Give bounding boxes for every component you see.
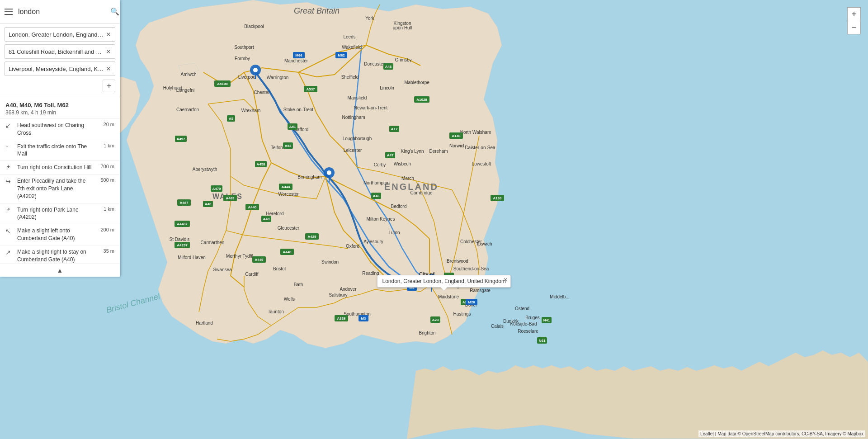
svg-text:A53: A53 [285, 144, 292, 148]
waypoint-3[interactable]: Liverpool, Merseyside, England, Kingdo ✕ [5, 61, 115, 76]
svg-text:Mablethorpe: Mablethorpe [404, 80, 429, 85]
direction-icon: ↑ [5, 143, 14, 151]
svg-text:Lincoln: Lincoln [380, 85, 394, 90]
svg-text:Corby: Corby [374, 162, 386, 167]
map-tooltip: London, Greater London, England, United … [377, 275, 511, 288]
route-name: A40, M40, M6 Toll, M62 [5, 102, 114, 109]
svg-text:Nottingham: Nottingham [342, 115, 365, 120]
svg-text:Gloucester: Gloucester [278, 226, 300, 231]
attribution-text: Leaflet | Map data © OpenStreetMap contr… [700, 431, 863, 436]
menu-icon[interactable] [5, 9, 13, 15]
svg-text:A46: A46 [373, 194, 380, 198]
svg-text:Amlwch: Amlwch [180, 72, 196, 77]
svg-text:A429: A429 [307, 235, 316, 239]
svg-text:Luton: Luton [388, 230, 400, 235]
search-input-wrapper [18, 8, 108, 16]
svg-text:Maidstone: Maidstone [438, 294, 459, 299]
direction-icon: ↙ [5, 122, 14, 129]
svg-text:Formby: Formby [235, 56, 250, 61]
direction-text: Turn right onto Constitution Hill [17, 164, 92, 171]
svg-point-169 [327, 170, 331, 175]
svg-text:Caernarfon: Caernarfon [176, 107, 199, 112]
svg-text:Stoke-on-Trent: Stoke-on-Trent [283, 107, 314, 112]
direction-icon: ↱ [5, 207, 14, 214]
svg-text:Swindon: Swindon [321, 260, 339, 264]
direction-distance: 1 km [95, 206, 114, 212]
svg-text:N61: N61 [539, 339, 546, 343]
svg-text:M62: M62 [338, 53, 345, 57]
svg-text:Newark-on-Trent: Newark-on-Trent [354, 105, 388, 110]
svg-text:Great Britain: Great Britain [294, 6, 340, 15]
svg-text:Middelb...: Middelb... [550, 294, 569, 299]
svg-text:Dereham: Dereham [429, 149, 448, 154]
svg-text:A440: A440 [248, 205, 257, 209]
svg-text:Aylesbury: Aylesbury [363, 239, 383, 244]
svg-text:A46: A46 [385, 65, 392, 69]
direction-icon: ↱ [5, 164, 14, 171]
svg-text:Southend-on-Sea: Southend-on-Sea [453, 266, 489, 271]
direction-text: Enter Piccadilly and take the 7th exit o… [17, 177, 92, 200]
svg-text:Bath: Bath [294, 282, 303, 287]
svg-text:Norwich: Norwich [449, 143, 466, 148]
svg-text:A487: A487 [179, 201, 189, 205]
svg-text:Reading: Reading [362, 271, 379, 276]
direction-distance: 500 m [95, 177, 114, 183]
waypoint-1-close[interactable]: ✕ [106, 31, 111, 38]
svg-text:Colchester: Colchester [460, 239, 482, 244]
svg-text:Doncaster: Doncaster [364, 61, 385, 66]
svg-text:Bruges: Bruges [525, 315, 540, 320]
waypoint-add-section: + [5, 79, 115, 93]
svg-text:N41: N41 [543, 318, 550, 322]
directions-list[interactable]: ↙ Head southwest on Charing Cross 20 m ↑… [0, 119, 120, 264]
collapse-button[interactable]: ▲ [0, 264, 120, 277]
add-waypoint-button[interactable]: + [103, 80, 115, 92]
svg-text:A537: A537 [306, 87, 315, 91]
waypoint-3-close[interactable]: ✕ [106, 65, 111, 72]
svg-text:A23: A23 [432, 318, 439, 322]
svg-text:Wisbech: Wisbech [394, 161, 411, 166]
direction-icon: ↗ [5, 249, 14, 256]
waypoint-2-close[interactable]: ✕ [106, 48, 111, 55]
svg-text:A47: A47 [387, 153, 394, 157]
svg-text:Chester: Chester [254, 90, 270, 95]
svg-text:A49: A49 [263, 217, 270, 221]
waypoint-1[interactable]: London, Greater London, England, United … [5, 27, 115, 42]
zoom-in-button[interactable]: + [847, 7, 861, 21]
svg-text:Hastings: Hastings [453, 312, 471, 316]
svg-text:Telford: Telford [271, 145, 284, 150]
svg-text:M20: M20 [468, 300, 475, 304]
svg-text:Northampton: Northampton [363, 180, 390, 185]
svg-text:Wells: Wells [284, 297, 295, 302]
search-header: 🔍 [0, 0, 120, 24]
svg-text:Calais: Calais [491, 324, 504, 329]
search-input[interactable] [18, 8, 108, 16]
svg-text:Caister-on-Sea: Caister-on-Sea [465, 145, 495, 150]
svg-text:Warrington: Warrington [267, 75, 289, 80]
svg-text:Birmingham: Birmingham [297, 175, 321, 179]
svg-text:A17: A17 [391, 127, 398, 131]
search-icon[interactable]: 🔍 [108, 6, 121, 17]
svg-text:Roeselare: Roeselare [518, 329, 538, 334]
direction-text: Turn right onto Park Lane (A4202) [17, 206, 92, 222]
svg-text:Blackpool: Blackpool [244, 24, 264, 29]
svg-text:A458: A458 [256, 162, 265, 166]
svg-text:A497: A497 [176, 137, 185, 141]
route-meta: 368.9 km, 4 h 19 min [5, 109, 114, 116]
waypoint-2[interactable]: 81 Coleshill Road, Bickenhill and Marsto… [5, 44, 115, 59]
svg-text:A483: A483 [226, 196, 235, 200]
route-summary: A40, M40, M6 Toll, M62 368.9 km, 4 h 19 … [0, 97, 120, 119]
svg-text:Oxford: Oxford [346, 244, 359, 249]
tooltip-close-button[interactable]: ✕ [503, 277, 508, 283]
svg-text:Sheffield: Sheffield [341, 75, 359, 80]
zoom-out-button[interactable]: − [847, 21, 861, 34]
sidebar: 🔍 London, Greater London, England, Unite… [0, 0, 120, 277]
map-container[interactable]: Great Britain WALES ENGLAND Bristol Chan… [0, 0, 868, 439]
svg-text:Liverpool: Liverpool [238, 75, 257, 80]
svg-text:A1028: A1028 [416, 98, 427, 102]
svg-text:Koksijde-Bad: Koksijde-Bad [510, 321, 537, 326]
direction-distance: 35 m [95, 248, 114, 254]
direction-item: ↪ Enter Piccadilly and take the 7th exit… [0, 175, 120, 203]
svg-text:A444: A444 [281, 185, 290, 189]
svg-text:York: York [365, 16, 375, 21]
svg-text:Leicester: Leicester [344, 148, 362, 153]
